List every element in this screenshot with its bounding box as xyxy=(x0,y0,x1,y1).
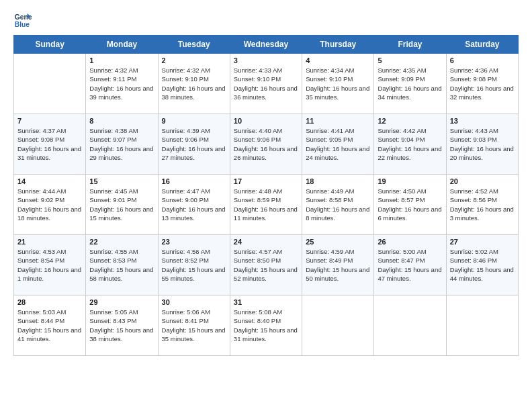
calendar-cell: 2Sunrise: 4:32 AMSunset: 9:10 PMDaylight… xyxy=(158,54,230,114)
sun-info: Sunrise: 4:40 AMSunset: 9:06 PMDaylight:… xyxy=(234,126,298,162)
sun-info: Sunrise: 4:53 AMSunset: 8:54 PMDaylight:… xyxy=(17,247,82,283)
sun-info: Sunrise: 4:47 AMSunset: 9:00 PMDaylight:… xyxy=(162,187,226,222)
calendar-cell: 10Sunrise: 4:40 AMSunset: 9:06 PMDayligh… xyxy=(230,114,302,175)
sun-info: Sunrise: 4:44 AMSunset: 9:02 PMDaylight:… xyxy=(17,187,82,222)
day-number: 21 xyxy=(17,238,82,246)
calendar-week-2: 7Sunrise: 4:37 AMSunset: 9:08 PMDaylight… xyxy=(14,114,519,175)
day-number: 16 xyxy=(162,177,226,185)
day-number: 23 xyxy=(162,238,226,246)
calendar-cell: 6Sunrise: 4:36 AMSunset: 9:08 PMDaylight… xyxy=(446,54,518,114)
day-number: 10 xyxy=(234,117,298,125)
header: General Blue xyxy=(13,11,519,30)
calendar-cell: 24Sunrise: 4:57 AMSunset: 8:50 PMDayligh… xyxy=(230,235,302,295)
sun-info: Sunrise: 4:37 AMSunset: 9:08 PMDaylight:… xyxy=(17,126,82,162)
calendar-cell: 15Sunrise: 4:45 AMSunset: 9:01 PMDayligh… xyxy=(86,175,158,235)
sun-info: Sunrise: 4:55 AMSunset: 8:53 PMDaylight:… xyxy=(89,247,154,283)
day-number: 15 xyxy=(89,177,154,185)
sun-info: Sunrise: 4:57 AMSunset: 8:50 PMDaylight:… xyxy=(234,247,298,283)
day-number: 3 xyxy=(234,56,298,64)
sun-info: Sunrise: 4:56 AMSunset: 8:52 PMDaylight:… xyxy=(162,247,226,283)
sun-info: Sunrise: 4:34 AMSunset: 9:10 PMDaylight:… xyxy=(306,66,370,101)
calendar-table: SundayMondayTuesdayWednesdayThursdayFrid… xyxy=(13,35,519,356)
calendar-cell: 12Sunrise: 4:42 AMSunset: 9:04 PMDayligh… xyxy=(374,114,446,175)
sun-info: Sunrise: 5:03 AMSunset: 8:44 PMDaylight:… xyxy=(17,308,82,343)
day-number: 9 xyxy=(162,117,226,125)
day-number: 1 xyxy=(89,56,154,64)
day-number: 25 xyxy=(306,238,370,246)
day-number: 28 xyxy=(17,298,82,306)
calendar-week-4: 21Sunrise: 4:53 AMSunset: 8:54 PMDayligh… xyxy=(14,235,519,295)
day-number: 17 xyxy=(234,177,298,185)
calendar-cell: 30Sunrise: 5:06 AMSunset: 8:41 PMDayligh… xyxy=(158,295,230,356)
sun-info: Sunrise: 5:00 AMSunset: 8:47 PMDaylight:… xyxy=(378,247,442,283)
sun-info: Sunrise: 4:32 AMSunset: 9:11 PMDaylight:… xyxy=(89,66,154,101)
sun-info: Sunrise: 5:02 AMSunset: 8:46 PMDaylight:… xyxy=(450,247,515,283)
calendar-cell: 1Sunrise: 4:32 AMSunset: 9:11 PMDaylight… xyxy=(86,54,158,114)
calendar-cell: 14Sunrise: 4:44 AMSunset: 9:02 PMDayligh… xyxy=(14,175,86,235)
calendar-cell: 8Sunrise: 4:38 AMSunset: 9:07 PMDaylight… xyxy=(86,114,158,175)
day-number: 24 xyxy=(234,238,298,246)
calendar-cell: 19Sunrise: 4:50 AMSunset: 8:57 PMDayligh… xyxy=(374,175,446,235)
weekday-header-friday: Friday xyxy=(374,36,446,54)
calendar-cell xyxy=(14,54,86,114)
weekday-header-saturday: Saturday xyxy=(446,36,518,54)
weekday-header-tuesday: Tuesday xyxy=(158,36,230,54)
day-number: 2 xyxy=(162,56,226,64)
sun-info: Sunrise: 4:36 AMSunset: 9:08 PMDaylight:… xyxy=(450,66,515,101)
sun-info: Sunrise: 4:49 AMSunset: 8:58 PMDaylight:… xyxy=(306,187,370,222)
sun-info: Sunrise: 4:52 AMSunset: 8:56 PMDaylight:… xyxy=(450,187,515,222)
calendar-cell: 26Sunrise: 5:00 AMSunset: 8:47 PMDayligh… xyxy=(374,235,446,295)
day-number: 18 xyxy=(306,177,370,185)
day-number: 31 xyxy=(234,298,298,306)
sun-info: Sunrise: 4:38 AMSunset: 9:07 PMDaylight:… xyxy=(89,126,154,162)
calendar-week-5: 28Sunrise: 5:03 AMSunset: 8:44 PMDayligh… xyxy=(14,295,519,356)
sun-info: Sunrise: 5:05 AMSunset: 8:43 PMDaylight:… xyxy=(89,308,154,343)
weekday-header-row: SundayMondayTuesdayWednesdayThursdayFrid… xyxy=(14,36,519,54)
calendar-cell: 13Sunrise: 4:43 AMSunset: 9:03 PMDayligh… xyxy=(446,114,518,175)
day-number: 27 xyxy=(450,238,515,246)
sun-info: Sunrise: 4:41 AMSunset: 9:05 PMDaylight:… xyxy=(306,126,370,162)
logo: General Blue xyxy=(13,11,32,30)
calendar-cell: 9Sunrise: 4:39 AMSunset: 9:06 PMDaylight… xyxy=(158,114,230,175)
day-number: 5 xyxy=(378,56,442,64)
sun-info: Sunrise: 5:06 AMSunset: 8:41 PMDaylight:… xyxy=(162,308,226,343)
svg-text:Blue: Blue xyxy=(15,21,30,28)
day-number: 20 xyxy=(450,177,515,185)
sun-info: Sunrise: 4:43 AMSunset: 9:03 PMDaylight:… xyxy=(450,126,515,162)
sun-info: Sunrise: 4:59 AMSunset: 8:49 PMDaylight:… xyxy=(306,247,370,283)
calendar-cell xyxy=(446,295,518,356)
calendar-week-1: 1Sunrise: 4:32 AMSunset: 9:11 PMDaylight… xyxy=(14,54,519,114)
sun-info: Sunrise: 4:39 AMSunset: 9:06 PMDaylight:… xyxy=(162,126,226,162)
logo-icon: General Blue xyxy=(13,11,32,30)
calendar-cell xyxy=(374,295,446,356)
calendar-cell: 17Sunrise: 4:48 AMSunset: 8:59 PMDayligh… xyxy=(230,175,302,235)
weekday-header-monday: Monday xyxy=(86,36,158,54)
sun-info: Sunrise: 4:45 AMSunset: 9:01 PMDaylight:… xyxy=(89,187,154,222)
day-number: 4 xyxy=(306,56,370,64)
calendar-cell: 7Sunrise: 4:37 AMSunset: 9:08 PMDaylight… xyxy=(14,114,86,175)
calendar-cell: 5Sunrise: 4:35 AMSunset: 9:09 PMDaylight… xyxy=(374,54,446,114)
calendar-cell: 4Sunrise: 4:34 AMSunset: 9:10 PMDaylight… xyxy=(302,54,374,114)
day-number: 30 xyxy=(162,298,226,306)
calendar-week-3: 14Sunrise: 4:44 AMSunset: 9:02 PMDayligh… xyxy=(14,175,519,235)
day-number: 26 xyxy=(378,238,442,246)
calendar-cell: 21Sunrise: 4:53 AMSunset: 8:54 PMDayligh… xyxy=(14,235,86,295)
calendar-cell: 16Sunrise: 4:47 AMSunset: 9:00 PMDayligh… xyxy=(158,175,230,235)
calendar-cell: 11Sunrise: 4:41 AMSunset: 9:05 PMDayligh… xyxy=(302,114,374,175)
day-number: 22 xyxy=(89,238,154,246)
day-number: 8 xyxy=(89,117,154,125)
day-number: 29 xyxy=(89,298,154,306)
calendar-cell: 25Sunrise: 4:59 AMSunset: 8:49 PMDayligh… xyxy=(302,235,374,295)
sun-info: Sunrise: 4:32 AMSunset: 9:10 PMDaylight:… xyxy=(162,66,226,101)
calendar-cell: 28Sunrise: 5:03 AMSunset: 8:44 PMDayligh… xyxy=(14,295,86,356)
sun-info: Sunrise: 5:08 AMSunset: 8:40 PMDaylight:… xyxy=(234,308,298,343)
calendar-cell: 20Sunrise: 4:52 AMSunset: 8:56 PMDayligh… xyxy=(446,175,518,235)
sun-info: Sunrise: 4:50 AMSunset: 8:57 PMDaylight:… xyxy=(378,187,442,222)
calendar-cell: 23Sunrise: 4:56 AMSunset: 8:52 PMDayligh… xyxy=(158,235,230,295)
page-container: General Blue SundayMondayTuesdayWednesda… xyxy=(13,11,519,356)
day-number: 11 xyxy=(306,117,370,125)
calendar-cell: 29Sunrise: 5:05 AMSunset: 8:43 PMDayligh… xyxy=(86,295,158,356)
calendar-cell: 22Sunrise: 4:55 AMSunset: 8:53 PMDayligh… xyxy=(86,235,158,295)
calendar-cell: 3Sunrise: 4:33 AMSunset: 9:10 PMDaylight… xyxy=(230,54,302,114)
sun-info: Sunrise: 4:48 AMSunset: 8:59 PMDaylight:… xyxy=(234,187,298,222)
